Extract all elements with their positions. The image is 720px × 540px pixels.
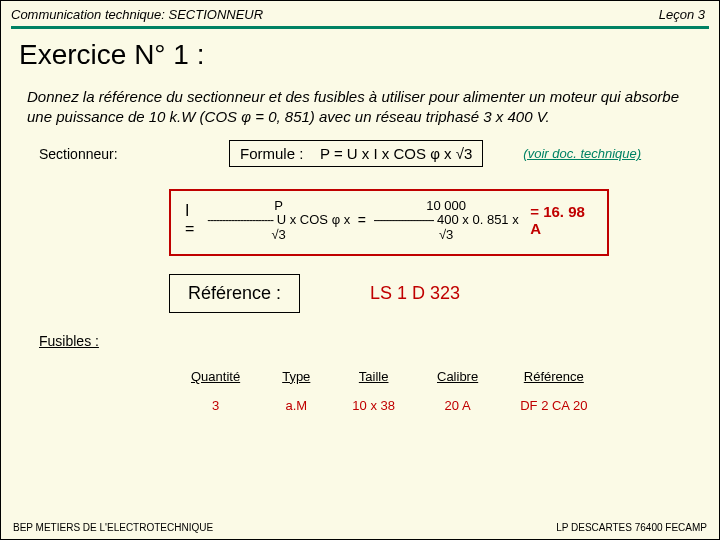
td-qty: 3 bbox=[171, 392, 260, 419]
equals-1: = bbox=[358, 212, 366, 228]
sectionneur-label: Sectionneur: bbox=[39, 146, 229, 162]
lhs-denominator: U x COS φ x √3 bbox=[271, 212, 350, 241]
exercise-title: Exercice N° 1 : bbox=[1, 29, 719, 83]
td-type: a.M bbox=[262, 392, 330, 419]
calc-result: = 16. 98 A bbox=[530, 203, 593, 237]
th-qty: Quantité bbox=[171, 363, 260, 390]
footer-right: LP DESCARTES 76400 FECAMP bbox=[556, 522, 707, 533]
reference-value: LS 1 D 323 bbox=[370, 283, 460, 304]
formula-box: Formule : P = U x I x COS φ x √3 bbox=[229, 140, 483, 167]
th-cal: Calibre bbox=[417, 363, 498, 390]
th-type: Type bbox=[262, 363, 330, 390]
header-left: Communication technique: SECTIONNEUR bbox=[11, 7, 263, 22]
rhs-numerator: 10 000 bbox=[372, 199, 520, 213]
td-cal: 20 A bbox=[417, 392, 498, 419]
lhs-numerator: P bbox=[206, 199, 352, 213]
lhs-dash: ---------------------- bbox=[207, 213, 273, 227]
th-size: Taille bbox=[332, 363, 415, 390]
reference-label-box: Référence : bbox=[169, 274, 300, 313]
instruction-text: Donnez la référence du sectionneur et de… bbox=[1, 83, 719, 136]
footer-left: BEP METIERS DE L'ELECTROTECHNIQUE bbox=[13, 522, 213, 533]
fusibles-label: Fusibles : bbox=[1, 313, 719, 349]
table-row: 3 a.M 10 x 38 20 A DF 2 CA 20 bbox=[171, 392, 607, 419]
header-right: Leçon 3 bbox=[659, 7, 705, 22]
fusibles-table: Quantité Type Taille Calibre Référence 3… bbox=[169, 361, 609, 421]
td-ref: DF 2 CA 20 bbox=[500, 392, 607, 419]
td-size: 10 x 38 bbox=[332, 392, 415, 419]
rhs-denominator: 400 x 0. 851 x √3 bbox=[437, 212, 519, 241]
table-header-row: Quantité Type Taille Calibre Référence bbox=[171, 363, 607, 390]
rhs-dash: -------------------- bbox=[374, 213, 434, 227]
formula-label: Formule : bbox=[240, 145, 303, 162]
doc-link[interactable]: (voir doc. technique) bbox=[523, 146, 641, 161]
th-ref: Référence bbox=[500, 363, 607, 390]
formula-expr: P = U x I x COS φ x √3 bbox=[320, 145, 472, 162]
lhs-prefix: I = bbox=[185, 202, 202, 238]
calculation-box: I = P ---------------------- U x COS φ x… bbox=[169, 189, 609, 256]
